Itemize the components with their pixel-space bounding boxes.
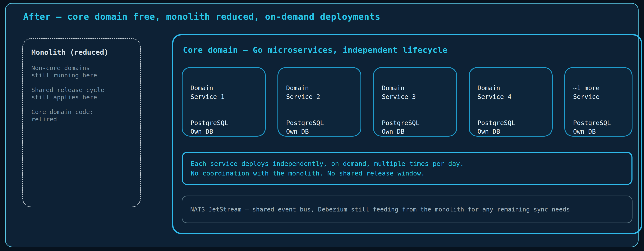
event-bus-box: NATS JetStream — shared event bus, Debez… <box>182 196 632 223</box>
service-card-db: PostgreSQL Own DB <box>573 118 624 136</box>
service-card-db: PostgreSQL Own DB <box>478 118 544 136</box>
service-card-name: Domain Service 3 <box>382 84 448 101</box>
page-title: After — core domain free, monolith reduc… <box>23 12 380 22</box>
deploy-note-box: Each service deploys independently, on d… <box>182 152 632 185</box>
service-card-db: PostgreSQL Own DB <box>382 118 448 136</box>
service-card-name: Domain Service 1 <box>190 84 257 101</box>
monolith-title: Monolith (reduced) <box>31 48 132 56</box>
service-card-db: PostgreSQL Own DB <box>190 118 257 136</box>
event-bus-text: NATS JetStream — shared event bus, Debez… <box>190 206 570 213</box>
service-card-3: Domain Service 3 PostgreSQL Own DB <box>373 67 457 136</box>
core-domain-title: Core domain — Go microservices, independ… <box>183 46 632 54</box>
monolith-note-release-cycle: Shared release cycle still applies here <box>31 86 132 101</box>
service-card-db: PostgreSQL Own DB <box>286 118 353 136</box>
service-card-name: Domain Service 2 <box>286 84 353 101</box>
service-card-name: Domain Service 4 <box>478 84 544 101</box>
service-card-4: Domain Service 4 PostgreSQL Own DB <box>469 67 553 136</box>
canvas-frame: After — core domain free, monolith reduc… <box>5 3 638 247</box>
service-card-1: Domain Service 1 PostgreSQL Own DB <box>182 67 266 136</box>
service-card-more: ~1 more Service PostgreSQL Own DB <box>564 67 632 136</box>
deploy-note-text: Each service deploys independently, on d… <box>191 159 464 178</box>
service-card-2: Domain Service 2 PostgreSQL Own DB <box>278 67 362 136</box>
service-card-name: ~1 more Service <box>573 84 624 101</box>
service-cards-row: Domain Service 1 PostgreSQL Own DB Domai… <box>182 67 632 136</box>
monolith-panel: Monolith (reduced) Non-core domains stil… <box>22 38 141 207</box>
monolith-note-noncore: Non-core domains still running here <box>31 64 132 79</box>
monolith-note-core-retired: Core domain code: retired <box>31 108 132 123</box>
core-domain-panel: Core domain — Go microservices, independ… <box>172 34 642 234</box>
